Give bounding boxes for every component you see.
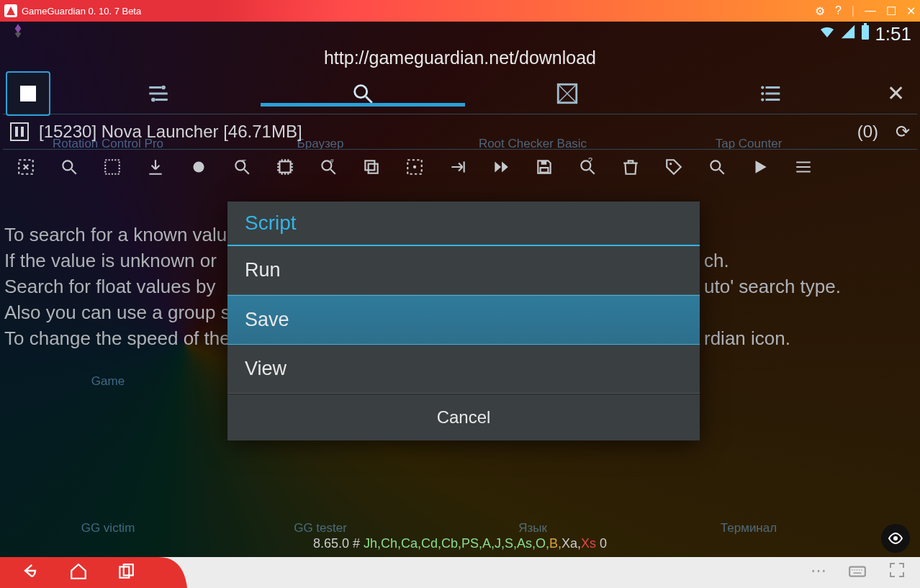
fast-forward-icon[interactable] bbox=[488, 155, 514, 176]
gg-start-toggle[interactable] bbox=[6, 71, 50, 116]
tab-saved[interactable] bbox=[465, 81, 669, 106]
copy-icon[interactable] bbox=[358, 155, 384, 176]
app-label: Язык bbox=[518, 521, 547, 535]
svg-point-2 bbox=[161, 85, 166, 89]
dialog-cancel-button[interactable]: Cancel bbox=[227, 394, 700, 440]
trash-icon[interactable] bbox=[618, 155, 644, 176]
select-region-icon[interactable] bbox=[13, 155, 39, 176]
svg-rect-31 bbox=[849, 566, 865, 576]
dialog-item-run[interactable]: Run bbox=[227, 246, 700, 295]
android-statusbar: 1:51 bbox=[0, 22, 920, 46]
download-icon[interactable] bbox=[143, 155, 168, 176]
divider: | bbox=[852, 4, 854, 17]
region-focus-icon[interactable] bbox=[402, 155, 428, 176]
signal-icon bbox=[840, 24, 856, 44]
svg-rect-23 bbox=[541, 160, 547, 164]
app-label: Терминал bbox=[721, 521, 777, 535]
emulator-keyboard-icon[interactable] bbox=[848, 561, 867, 584]
dialog-item-save[interactable]: Save bbox=[227, 295, 700, 345]
play-icon[interactable] bbox=[747, 155, 773, 176]
result-count: (0) bbox=[857, 122, 878, 142]
app-label: Game bbox=[91, 374, 125, 389]
emulator-title: GameGuardian 0. 10. 7 Beta bbox=[22, 6, 141, 17]
gg-tabs: ✕ bbox=[3, 73, 917, 114]
svg-point-7 bbox=[761, 91, 764, 94]
wifi-icon bbox=[818, 23, 836, 45]
emulator-nav bbox=[0, 557, 187, 588]
help-icon[interactable]: ? bbox=[835, 4, 842, 17]
gg-statusbar-icon bbox=[9, 22, 27, 45]
gg-header: http://gameguardian.net/download ✕ [1523… bbox=[3, 46, 917, 182]
maximize-icon[interactable]: ☐ bbox=[886, 4, 896, 18]
svg-rect-19 bbox=[369, 163, 378, 173]
menu-icon[interactable] bbox=[790, 155, 816, 176]
emulator-logo-icon bbox=[4, 4, 17, 17]
tag-icon[interactable] bbox=[661, 155, 687, 176]
save-icon[interactable] bbox=[531, 155, 557, 176]
search-icon[interactable] bbox=[56, 155, 82, 176]
svg-rect-15 bbox=[279, 161, 290, 172]
svg-point-8 bbox=[761, 98, 764, 101]
app-label: GG tester bbox=[294, 521, 347, 535]
emulator-titlebar: GameGuardian 0. 10. 7 Beta ⚙ ? | — ☐ ✕ bbox=[0, 0, 920, 22]
gg-close-button[interactable]: ✕ bbox=[874, 81, 917, 106]
app-label: GG victim bbox=[81, 521, 135, 535]
script-dialog: Script Run Save View Cancel bbox=[227, 202, 700, 440]
emulator-bottom-bar: ⋯ bbox=[0, 557, 920, 588]
svg-point-26 bbox=[669, 163, 672, 165]
svg-rect-22 bbox=[541, 168, 549, 173]
android-screen: Rotation Control Pro Браузер Root Checke… bbox=[0, 22, 920, 557]
svg-point-6 bbox=[761, 86, 764, 89]
tab-search[interactable] bbox=[261, 81, 465, 106]
dialog-title: Script bbox=[227, 202, 700, 246]
record-icon[interactable] bbox=[186, 155, 212, 176]
svg-rect-18 bbox=[365, 160, 374, 170]
svg-point-4 bbox=[355, 85, 367, 97]
goto-icon[interactable] bbox=[445, 155, 471, 176]
svg-rect-11 bbox=[105, 160, 119, 174]
home-icon[interactable] bbox=[69, 562, 88, 584]
svg-text:T: T bbox=[242, 158, 246, 166]
url-line: http://gameguardian.net/download bbox=[3, 46, 917, 73]
svg-text:?: ? bbox=[588, 158, 592, 165]
memory-icon[interactable] bbox=[272, 155, 298, 176]
version-line: 8.65.0 # Jh,Ch,Ca,Cd,Cb,PS,A,J,S,As,O,B,… bbox=[0, 536, 920, 551]
svg-point-28 bbox=[893, 536, 898, 540]
search-number-icon[interactable]: # bbox=[315, 155, 341, 176]
visibility-toggle-icon[interactable] bbox=[881, 524, 910, 553]
stop-icon bbox=[20, 86, 36, 101]
close-icon[interactable]: ✕ bbox=[906, 4, 916, 18]
tab-settings[interactable] bbox=[56, 81, 261, 106]
svg-point-27 bbox=[711, 160, 720, 170]
back-icon[interactable] bbox=[20, 561, 40, 585]
gear-icon[interactable]: ⚙ bbox=[815, 4, 825, 18]
svg-point-10 bbox=[63, 160, 72, 170]
svg-point-3 bbox=[151, 97, 155, 101]
search-type-icon[interactable]: T bbox=[229, 155, 255, 176]
select-invert-icon[interactable] bbox=[99, 155, 125, 176]
tab-list[interactable] bbox=[669, 81, 874, 106]
gg-toolbar: T # ? bbox=[3, 150, 917, 182]
reload-icon[interactable]: ⟳ bbox=[896, 122, 910, 142]
svg-rect-0 bbox=[862, 25, 869, 40]
svg-point-12 bbox=[193, 161, 204, 172]
process-row[interactable]: [15230] Nova Launcher [46.71MB] (0) ⟳ bbox=[3, 114, 917, 150]
emulator-volume-icon[interactable]: ⋯ bbox=[811, 561, 826, 584]
dialog-item-view[interactable]: View bbox=[227, 345, 700, 394]
search-help-icon[interactable]: ? bbox=[574, 155, 600, 176]
minimize-icon[interactable]: — bbox=[865, 4, 876, 17]
battery-icon bbox=[860, 23, 870, 45]
process-label: [15230] Nova Launcher [46.71MB] bbox=[39, 122, 302, 142]
svg-point-21 bbox=[413, 165, 416, 168]
clock: 1:51 bbox=[875, 23, 911, 45]
pause-icon[interactable] bbox=[10, 122, 29, 141]
recents-icon[interactable] bbox=[117, 562, 135, 584]
svg-text:#: # bbox=[330, 158, 334, 165]
svg-rect-1 bbox=[864, 23, 867, 25]
search2-icon[interactable] bbox=[704, 155, 730, 176]
emulator-fullscreen-icon[interactable] bbox=[888, 561, 906, 584]
